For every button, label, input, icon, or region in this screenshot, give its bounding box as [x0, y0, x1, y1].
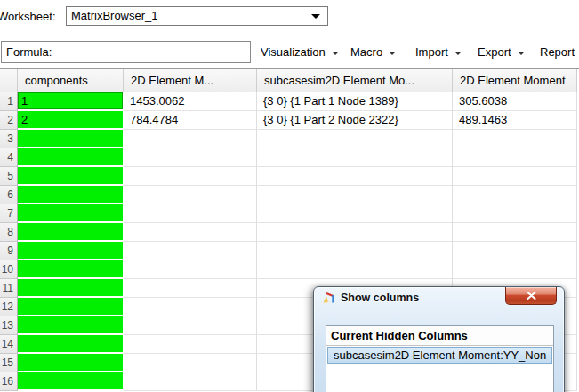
- table-row: 7: [0, 204, 579, 223]
- data-cell[interactable]: [257, 223, 453, 242]
- close-button[interactable]: [505, 287, 557, 305]
- table-row: 8: [0, 223, 579, 242]
- dialog-title: Show columns: [341, 292, 419, 304]
- data-cell[interactable]: [453, 148, 577, 167]
- components-cell[interactable]: [18, 316, 124, 335]
- components-cell[interactable]: 1: [18, 92, 124, 111]
- row-number-cell[interactable]: 2: [0, 111, 18, 130]
- data-cell[interactable]: [453, 130, 577, 148]
- hidden-columns-list: Current Hidden Columns subcasesim2D Elem…: [326, 325, 554, 392]
- data-cell[interactable]: [257, 204, 453, 223]
- table-row: 10: [0, 260, 579, 279]
- table-row: 9: [0, 242, 579, 260]
- chevron-down-icon: [518, 52, 525, 55]
- row-number-cell[interactable]: 16: [0, 372, 18, 391]
- components-cell[interactable]: [18, 204, 124, 223]
- data-cell[interactable]: [124, 354, 257, 372]
- column-header-rownum[interactable]: [0, 69, 18, 92]
- data-cell[interactable]: [124, 335, 257, 354]
- components-cell[interactable]: [18, 130, 124, 148]
- row-number-cell[interactable]: 7: [0, 204, 18, 223]
- row-number-cell[interactable]: 11: [0, 279, 18, 298]
- data-cell[interactable]: [124, 260, 257, 279]
- column-header-2D Element M...[interactable]: 2D Element M...: [124, 69, 257, 92]
- worksheet-label: Worksheet:: [0, 10, 56, 23]
- data-cell[interactable]: [453, 223, 577, 242]
- row-number-cell[interactable]: 4: [0, 148, 18, 167]
- worksheet-select-value: MatrixBrowser_1: [71, 9, 158, 22]
- components-cell[interactable]: [18, 335, 124, 354]
- data-cell[interactable]: 305.6038: [453, 92, 577, 111]
- data-cell[interactable]: 784.4784: [124, 111, 257, 130]
- components-cell[interactable]: 2: [18, 111, 124, 130]
- table-row: 6: [0, 186, 579, 204]
- components-cell[interactable]: [18, 354, 124, 372]
- data-cell[interactable]: [453, 242, 577, 260]
- column-header-components[interactable]: components: [18, 69, 124, 92]
- row-number-cell[interactable]: 12: [0, 298, 18, 316]
- data-cell[interactable]: {3 0} {1 Part 1 Node 1389}: [257, 92, 453, 111]
- components-cell[interactable]: [18, 260, 124, 279]
- data-cell[interactable]: [257, 130, 453, 148]
- menubar: VisualizationMacroImportExportReport: [0, 43, 579, 62]
- menu-report[interactable]: Report: [540, 43, 579, 62]
- components-cell[interactable]: [18, 279, 124, 298]
- data-cell[interactable]: [257, 167, 453, 186]
- components-cell[interactable]: [18, 223, 124, 242]
- components-cell[interactable]: [18, 372, 124, 391]
- data-cell[interactable]: [453, 186, 577, 204]
- menu-import[interactable]: Import: [415, 43, 462, 62]
- hidden-column-item[interactable]: subcasesim2D Element Moment:YY_Non: [327, 347, 552, 364]
- data-cell[interactable]: [124, 130, 257, 148]
- components-cell[interactable]: [18, 148, 124, 167]
- data-cell[interactable]: [124, 242, 257, 260]
- chevron-down-icon: [389, 52, 396, 55]
- data-cell[interactable]: [124, 186, 257, 204]
- dialog-titlebar[interactable]: Show columns: [314, 287, 564, 308]
- row-number-cell[interactable]: 3: [0, 130, 18, 148]
- row-number-cell[interactable]: 15: [0, 354, 18, 372]
- row-number-cell[interactable]: 9: [0, 242, 18, 260]
- column-header-2D Element Moment[interactable]: 2D Element Moment: [453, 69, 577, 92]
- data-cell[interactable]: [124, 279, 257, 298]
- row-number-cell[interactable]: 1: [0, 92, 18, 111]
- row-number-cell[interactable]: 6: [0, 186, 18, 204]
- data-cell[interactable]: 489.1463: [453, 111, 577, 130]
- components-cell[interactable]: [18, 167, 124, 186]
- column-header-subcasesim2D Element Mo...[interactable]: subcasesim2D Element Mo...: [257, 69, 453, 92]
- row-number-cell[interactable]: 8: [0, 223, 18, 242]
- data-cell[interactable]: [257, 242, 453, 260]
- data-cell[interactable]: {3 0} {1 Part 2 Node 2322}: [257, 111, 453, 130]
- data-cell[interactable]: [257, 186, 453, 204]
- chevron-down-icon: [311, 14, 320, 19]
- data-cell[interactable]: [257, 148, 453, 167]
- data-cell[interactable]: [124, 167, 257, 186]
- data-cell[interactable]: [124, 316, 257, 335]
- data-cell[interactable]: [453, 167, 577, 186]
- components-cell[interactable]: [18, 242, 124, 260]
- table-row: 111453.0062{3 0} {1 Part 1 Node 1389}305…: [0, 92, 579, 111]
- row-number-cell[interactable]: 14: [0, 335, 18, 354]
- grid-header: components2D Element M...subcasesim2D El…: [0, 69, 579, 92]
- components-cell[interactable]: [18, 298, 124, 316]
- row-number-cell[interactable]: 5: [0, 167, 18, 186]
- data-cell[interactable]: [124, 372, 257, 391]
- menu-visualization[interactable]: Visualization: [261, 43, 339, 62]
- data-cell[interactable]: [124, 148, 257, 167]
- data-cell[interactable]: 1453.0062: [124, 92, 257, 111]
- data-cell[interactable]: [124, 204, 257, 223]
- data-cell[interactable]: [453, 260, 577, 279]
- table-row: 4: [0, 148, 579, 167]
- data-cell[interactable]: [257, 260, 453, 279]
- row-number-cell[interactable]: 10: [0, 260, 18, 279]
- worksheet-select[interactable]: MatrixBrowser_1: [66, 6, 328, 26]
- menu-macro[interactable]: Macro: [350, 43, 396, 62]
- data-cell[interactable]: [124, 298, 257, 316]
- hidden-columns-list-header: Current Hidden Columns: [326, 326, 553, 346]
- data-cell[interactable]: [124, 223, 257, 242]
- table-row: 3: [0, 130, 579, 148]
- components-cell[interactable]: [18, 186, 124, 204]
- data-cell[interactable]: [453, 204, 577, 223]
- row-number-cell[interactable]: 13: [0, 316, 18, 335]
- menu-export[interactable]: Export: [478, 43, 525, 62]
